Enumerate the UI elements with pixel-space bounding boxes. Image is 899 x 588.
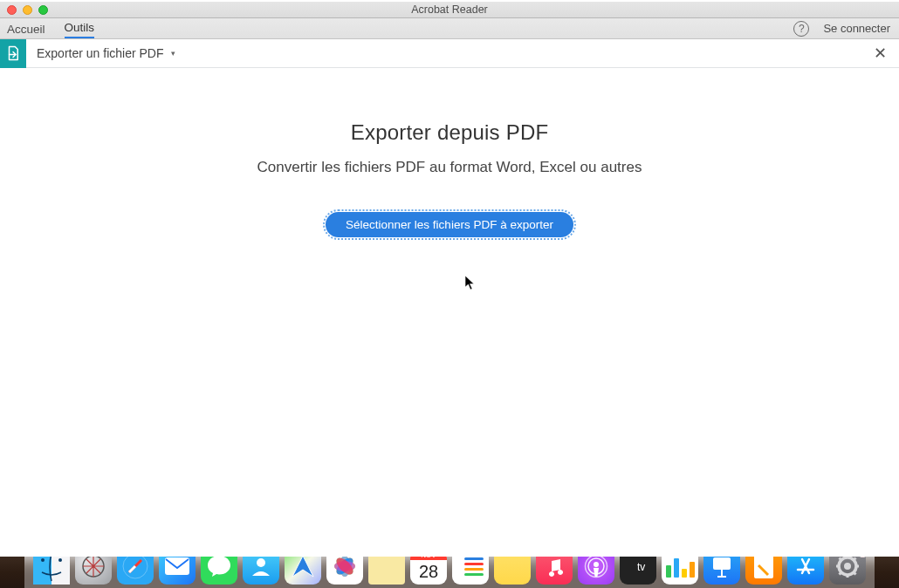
dock-launchpad[interactable] [75,557,112,585]
window-titlebar: Acrobat Reader [0,2,899,18]
dock-stickies[interactable] [494,557,531,585]
dock-reminders[interactable] [452,557,489,585]
tool-dropdown[interactable]: Exporter un fichier PDF ▾ [26,46,175,60]
dock-keynote[interactable] [703,557,740,585]
tool-subbar: Exporter un fichier PDF ▾ ✕ [0,39,899,68]
export-pdf-icon [0,39,26,68]
dock-mail[interactable] [159,557,196,585]
tool-label: Exporter un fichier PDF [37,46,164,60]
chevron-down-icon: ▾ [171,49,175,58]
window-title: Acrobat Reader [0,3,899,16]
tab-tools[interactable]: Outils [65,17,95,38]
dock-podcasts[interactable] [578,557,614,585]
dock-safari[interactable] [117,557,154,585]
dock-finder[interactable] [33,557,70,585]
svg-point-24 [844,563,851,570]
export-title: Exporter depuis PDF [0,120,899,145]
help-glyph: ? [799,23,805,35]
calendar-day: 28 [419,560,438,583]
tab-bar: Accueil Outils ? Se connecter [0,18,899,39]
dock-notes-folder[interactable] [368,557,405,585]
svg-point-17 [594,562,599,567]
close-icon: ✕ [874,44,887,62]
tab-home[interactable]: Accueil [7,19,45,38]
dock-system-preferences[interactable]: 1 [829,557,866,585]
dock-contacts[interactable] [243,557,279,585]
main-content: Exporter depuis PDF Convertir les fichie… [0,68,899,557]
dock-maps[interactable] [285,557,321,585]
window-controls [0,5,48,15]
export-subtitle: Convertir les fichiers PDF au format Wor… [0,159,899,176]
svg-rect-22 [754,557,773,578]
dock-messages[interactable] [201,557,237,585]
select-pdf-button[interactable]: Sélectionner les fichiers PDF à exporter [326,213,573,236]
svg-point-8 [257,558,265,567]
svg-rect-7 [165,557,189,575]
signin-link[interactable]: Se connecter [823,22,892,35]
mouse-cursor-icon [464,275,477,293]
dock-appletv[interactable]: tv [620,557,656,585]
minimize-window-icon[interactable] [23,5,32,15]
dock-calendar[interactable]: NOV 28 [410,557,447,585]
dock: NOV 28 tv [24,557,875,588]
desktop-wallpaper: NOV 28 tv [0,557,899,588]
svg-rect-21 [713,557,731,570]
close-tool-button[interactable]: ✕ [874,44,899,63]
svg-point-3 [58,558,62,562]
dock-appstore[interactable] [787,557,824,585]
dock-pages[interactable] [745,557,782,585]
dock-photos[interactable] [326,557,363,585]
svg-text:tv: tv [637,561,645,573]
dock-music[interactable] [536,557,573,585]
dock-numbers[interactable] [662,557,698,585]
help-icon[interactable]: ? [793,21,809,37]
svg-point-2 [41,558,45,562]
close-window-icon[interactable] [7,5,17,15]
zoom-window-icon[interactable] [38,5,48,15]
